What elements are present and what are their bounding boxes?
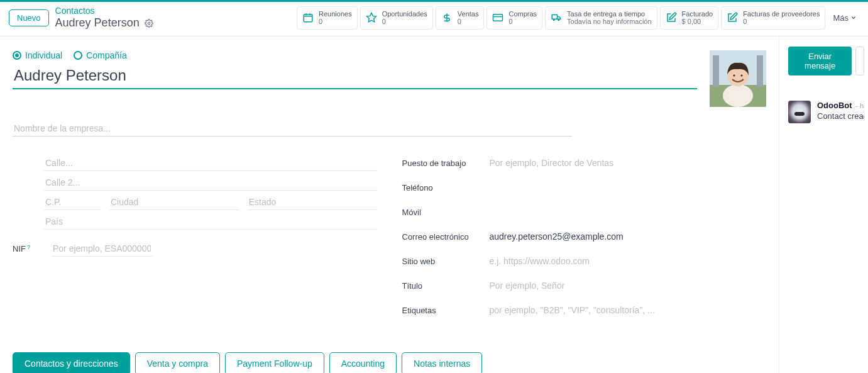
tags-input[interactable]	[488, 303, 767, 318]
job-input[interactable]	[488, 155, 767, 171]
calendar-icon	[302, 12, 314, 23]
tab-sales-purchase[interactable]: Venta y compra	[135, 352, 220, 373]
edit-icon	[666, 12, 677, 23]
page-title: Audrey Peterson	[55, 16, 140, 30]
tags-label: Etiquetas	[402, 306, 481, 315]
svg-point-0	[148, 22, 150, 25]
stat-delivery[interactable]: Tasa de entrega a tiempoTodavía no hay i…	[545, 6, 657, 30]
svg-point-12	[733, 75, 735, 77]
chatter-panel: Enviar mensaje OdooBot - hace Contact cr…	[779, 36, 868, 373]
truck-icon	[551, 12, 562, 23]
stat-vendor-bills[interactable]: Facturas de proveedores0	[721, 6, 825, 30]
form-panel: Individual Compañía	[0, 36, 779, 373]
title-input[interactable]	[488, 278, 767, 294]
edit-icon	[727, 12, 738, 23]
tab-contacts-addresses[interactable]: Contactos y direcciones	[13, 352, 130, 373]
radio-icon	[74, 51, 82, 60]
city-input[interactable]	[109, 194, 239, 210]
stat-sales[interactable]: Ventas0	[436, 6, 485, 30]
radio-icon	[13, 51, 21, 60]
card-icon	[492, 12, 503, 23]
svg-point-10	[723, 84, 753, 107]
vat-label: NIF?	[13, 244, 44, 253]
radio-individual[interactable]: Individual	[13, 50, 62, 60]
more-dropdown[interactable]: Más	[828, 6, 862, 30]
state-input[interactable]	[248, 194, 377, 210]
email-label: Correo electrónico	[402, 232, 481, 242]
message-row: OdooBot - hace Contact creado	[788, 101, 864, 123]
street2-input[interactable]	[44, 175, 377, 191]
job-label: Puesto de trabajo	[402, 159, 481, 168]
email-value[interactable]: audrey.peterson25@example.com	[488, 229, 767, 245]
top-bar: Nuevo Contactos Audrey Peterson Reunione…	[0, 2, 868, 36]
new-button[interactable]: Nuevo	[9, 9, 49, 26]
bot-avatar	[788, 101, 811, 123]
chevron-down-icon	[850, 14, 857, 21]
svg-rect-1	[304, 14, 312, 22]
svg-marker-2	[366, 13, 376, 22]
country-input[interactable]	[44, 214, 377, 230]
stat-purchases[interactable]: Compras0	[486, 6, 542, 30]
svg-point-5	[558, 19, 559, 21]
avatar-image	[710, 50, 766, 107]
svg-rect-8	[713, 55, 719, 87]
stat-invoiced[interactable]: Facturado$ 0,00	[660, 6, 719, 30]
star-icon	[366, 12, 377, 23]
mobile-input[interactable]	[488, 204, 767, 220]
message-time: - hace	[855, 102, 864, 109]
chatter-secondary-button[interactable]	[855, 47, 864, 75]
gear-icon[interactable]	[145, 19, 153, 28]
company-input[interactable]	[13, 121, 572, 136]
tab-internal-notes[interactable]: Notas internas	[402, 352, 482, 373]
svg-rect-9	[757, 55, 763, 87]
title-field-label: Título	[402, 281, 481, 291]
message-text: Contact creado	[817, 111, 864, 121]
svg-point-13	[741, 75, 743, 77]
tab-accounting[interactable]: Accounting	[329, 352, 397, 373]
help-icon[interactable]: ?	[27, 244, 30, 250]
vat-input[interactable]	[52, 241, 152, 257]
breadcrumb[interactable]: Contactos	[55, 6, 153, 16]
phone-input[interactable]	[488, 180, 767, 196]
website-input[interactable]	[488, 253, 767, 269]
send-message-button[interactable]: Enviar mensaje	[788, 47, 852, 75]
stat-meetings[interactable]: Reuniones0	[297, 6, 358, 30]
dollar-icon	[441, 12, 453, 23]
stat-opportunities[interactable]: Oportunidades0	[360, 6, 433, 30]
phone-label: Teléfono	[402, 183, 481, 192]
message-author: OdooBot	[817, 101, 852, 110]
tab-payment-followup[interactable]: Payment Follow-up	[225, 352, 324, 373]
svg-rect-3	[493, 14, 503, 21]
svg-point-4	[553, 19, 555, 21]
zip-input[interactable]	[44, 194, 101, 210]
avatar[interactable]	[710, 50, 766, 107]
mobile-label: Móvil	[402, 208, 481, 217]
radio-company[interactable]: Compañía	[74, 50, 127, 60]
street-input[interactable]	[44, 155, 377, 171]
name-input[interactable]	[13, 65, 697, 89]
website-label: Sitio web	[402, 257, 481, 266]
